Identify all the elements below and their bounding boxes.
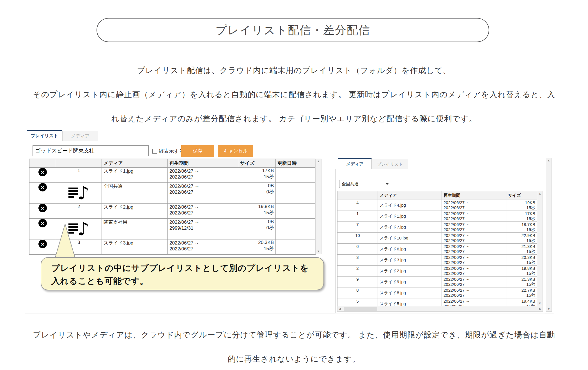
period-to: 2022/06/27 — [169, 246, 236, 252]
playlist-name-input[interactable] — [33, 145, 149, 156]
tab-media-right[interactable]: メディア — [338, 158, 372, 169]
size-value: 22.9KB — [508, 233, 535, 238]
chevron-down-icon — [386, 183, 389, 185]
scroll-down-icon[interactable]: ▼ — [316, 249, 321, 254]
delete-icon[interactable]: × — [38, 219, 47, 227]
size-value: 19KB — [508, 200, 535, 205]
period-cell: 2022/06/27 ～2022/06/27 — [442, 287, 506, 298]
period-cell: 2022/06/27 ～2022/06/27 — [442, 266, 506, 277]
order-cell: 8 — [337, 287, 378, 298]
media-cell: スライド3.jpg — [378, 255, 442, 266]
updated-cell — [276, 183, 316, 204]
scroll-right-icon[interactable]: ▶ — [538, 307, 543, 311]
media-cell: スライド6.jpg — [378, 244, 442, 255]
period-to: 2022/06/27 — [444, 227, 504, 232]
media-cell: 全国共通 — [102, 183, 168, 204]
duration-value: 15秒 — [508, 271, 535, 276]
tab-playlist[interactable]: プレイリスト — [27, 130, 62, 141]
delete-icon[interactable]: × — [38, 240, 47, 248]
media-cell: スライド2.jpg — [102, 204, 168, 219]
save-button[interactable]: 保存 — [181, 145, 214, 157]
table-row: 9 スライド9.jpg 2022/06/27 ～2022/06/27 21.3K… — [337, 277, 537, 287]
table-header-row: メディア 再生期間 サイズ 更新日時 — [29, 159, 316, 168]
header-order — [56, 159, 102, 168]
header-size: サイズ — [238, 159, 276, 168]
media-table-scrollbar[interactable]: ▲ ▼ — [537, 191, 543, 306]
duration-value: 0秒 — [240, 189, 274, 195]
size-value: 0B — [240, 183, 274, 189]
size-cell: 17KB15秒 — [238, 168, 276, 183]
media-cell: スライド3.jpg — [102, 239, 168, 255]
period-cell: 2022/06/27 ～2022/06/27 — [168, 239, 238, 255]
size-cell: 20.3KB15秒 — [238, 239, 276, 255]
vertical-display-checkbox[interactable] — [152, 149, 157, 154]
delete-icon[interactable]: × — [38, 183, 47, 191]
period-to: 2022/06/27 — [444, 282, 504, 287]
period-cell: 2022/06/27 ～2022/06/27 — [442, 255, 506, 266]
header-media: メディア — [378, 191, 442, 200]
header-order — [337, 191, 378, 200]
header-delete — [29, 159, 56, 168]
period-cell: 2022/06/27 ～2022/06/27 — [442, 233, 506, 244]
sub-playlist-icon: ♪ — [68, 185, 89, 201]
header-media: メディア — [102, 159, 168, 168]
size-cell: 0B0秒 — [238, 219, 276, 239]
size-value: 20.3KB — [240, 240, 274, 245]
tab-media[interactable]: メディア — [62, 131, 98, 141]
period-cell: 2022/06/27 ～2022/06/27 — [442, 244, 506, 255]
media-cell: スライド4.jpg — [378, 200, 442, 211]
page-title: プレイリスト配信・差分配信 — [97, 18, 489, 42]
duration-value: 15秒 — [508, 282, 535, 287]
size-cell: 19.8KB15秒 — [238, 204, 276, 219]
tab-label: プレイリスト — [31, 133, 58, 139]
table-row: 4 スライド4.jpg 2022/06/27 ～2022/06/27 19KB1… — [337, 200, 537, 211]
scroll-up-icon[interactable]: ▲ — [547, 158, 551, 163]
delete-icon[interactable]: × — [38, 168, 47, 176]
table-row: × 2 スライド2.jpg 2022/06/27 ～2022/06/27 19.… — [29, 204, 316, 219]
scroll-up-icon[interactable]: ▲ — [538, 191, 542, 196]
period-from: 2022/06/27 ～ — [169, 183, 236, 189]
intro-line: そのプレイリスト内に静止画（メディア）を入れると自動的に端末に配信されます。 更… — [0, 83, 588, 107]
tab-playlist-right[interactable]: プレイリスト — [372, 159, 408, 169]
period-cell: 2022/06/27 ～2022/06/27 — [442, 200, 506, 211]
music-note-icon: ♪ — [77, 185, 89, 201]
duration-value: 15秒 — [508, 249, 535, 254]
intro-line: れ替えたメディアのみが差分配信されます。 カテゴリー別やエリア別など配信する際に… — [0, 107, 588, 131]
scrollbar-thumb[interactable] — [344, 307, 377, 311]
duration-value: 15秒 — [508, 216, 535, 221]
media-cell: スライド1.jpg — [102, 168, 168, 183]
cancel-button[interactable]: キャンセル — [218, 145, 253, 157]
media-cell: スライド9.jpg — [378, 277, 442, 287]
delete-icon[interactable]: × — [38, 204, 47, 212]
scroll-down-icon[interactable]: ▼ — [538, 301, 542, 306]
size-cell: 19.8KB15秒 — [506, 266, 537, 277]
size-cell: 0B0秒 — [238, 183, 276, 204]
updated-cell — [276, 219, 316, 239]
period-from: 2022/06/27 ～ — [444, 266, 504, 271]
period-to: 2022/06/27 — [444, 216, 504, 221]
scroll-left-icon[interactable]: ◀ — [337, 307, 342, 311]
media-table-hscrollbar[interactable]: ◀ ▶ — [337, 306, 543, 312]
scroll-down-icon[interactable]: ▼ — [547, 307, 551, 311]
group-select[interactable]: 全国共通 — [339, 180, 391, 188]
group-select-value: 全国共通 — [342, 181, 359, 187]
duration-value: 15秒 — [508, 227, 535, 232]
size-cell: 21.3KB15秒 — [506, 277, 537, 287]
media-cell: スライド8.jpg — [378, 287, 442, 298]
callout-balloon: プレイリストの中にサブプレイリストとして別のプレイリストを 入れることも可能です… — [41, 257, 324, 290]
container-scrollbar[interactable]: ▲ ▼ — [546, 158, 552, 312]
period-cell: 2022/06/27 ～2022/06/27 — [168, 168, 238, 183]
media-cell: スライド2.jpg — [378, 266, 442, 277]
period-from: 2022/06/27 ～ — [444, 233, 504, 238]
header-size: サイズ — [506, 191, 537, 200]
period-to: 2022/06/27 — [169, 189, 236, 195]
period-cell: 2022/06/27 ～2022/06/27 — [442, 211, 506, 222]
size-cell: 20.3KB15秒 — [506, 255, 537, 266]
scroll-up-icon[interactable]: ▲ — [316, 159, 321, 164]
size-cell: 18.7KB15秒 — [506, 222, 537, 233]
playlist-table-scrollbar[interactable]: ▲ ▼ — [315, 159, 321, 254]
period-to: 2022/06/27 — [444, 249, 504, 254]
header-period: 再生期間 — [442, 191, 506, 200]
size-value: 0B — [240, 219, 274, 225]
size-value: 20.3KB — [508, 255, 535, 260]
